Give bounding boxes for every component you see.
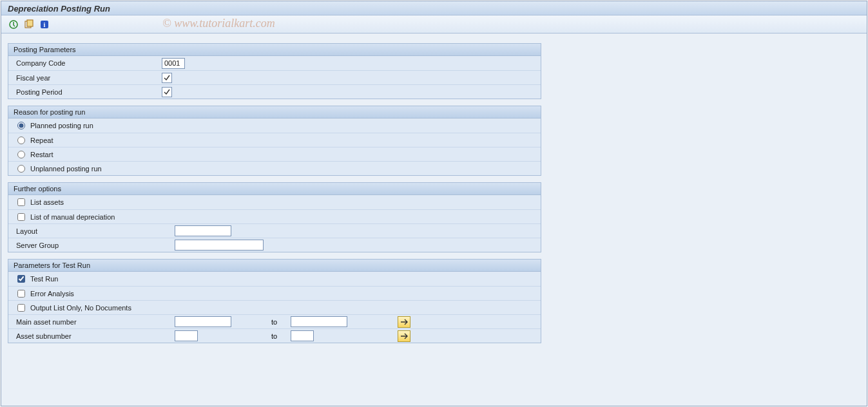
checkbox-label: Test Run	[30, 275, 58, 283]
label-to: to	[252, 332, 291, 340]
row-list-assets: List assets	[8, 195, 541, 209]
group-header: Reason for posting run	[8, 106, 541, 118]
row-error-analysis: Error Analysis	[8, 286, 541, 300]
input-asset-sub-from[interactable]	[175, 330, 198, 341]
row-radio-planned: Planned posting run	[8, 118, 541, 133]
execute-icon[interactable]	[8, 19, 19, 30]
input-layout[interactable]	[175, 225, 231, 236]
checkbox-input-output-only[interactable]	[17, 304, 25, 312]
label-main-asset: Main asset number	[14, 318, 162, 326]
title-bar: Depreciation Posting Run	[1, 1, 867, 15]
checkbox-test-run[interactable]: Test Run	[14, 275, 58, 283]
toolbar: i © www.tutorialkart.com	[1, 15, 867, 33]
label-server-group: Server Group	[14, 241, 162, 249]
radio-label: Unplanned posting run	[30, 165, 102, 173]
checkbox-output-only[interactable]: Output List Only, No Documents	[14, 304, 131, 312]
group-reason: Reason for posting run Planned posting r…	[8, 106, 541, 176]
page-title: Depreciation Posting Run	[8, 4, 110, 14]
input-asset-sub-to[interactable]	[291, 330, 314, 341]
label-asset-sub: Asset subnumber	[14, 332, 162, 340]
row-fiscal-year: Fiscal year	[8, 70, 541, 84]
info-icon[interactable]: i	[39, 19, 50, 30]
radio-restart[interactable]: Restart	[14, 151, 53, 158]
group-test-run: Parameters for Test Run Test Run Error A…	[8, 259, 541, 343]
checkbox-error-analysis[interactable]: Error Analysis	[14, 290, 74, 298]
required-indicator-posting-period[interactable]	[162, 87, 172, 97]
svg-text:i: i	[44, 21, 46, 28]
label-posting-period: Posting Period	[14, 88, 162, 96]
row-main-asset: Main asset number to	[8, 314, 541, 328]
input-main-asset-to[interactable]	[291, 316, 347, 327]
row-company-code: Company Code	[8, 56, 541, 70]
row-radio-unplanned: Unplanned posting run	[8, 161, 541, 175]
row-radio-repeat: Repeat	[8, 133, 541, 147]
watermark: © www.tutorialkart.com	[162, 17, 275, 30]
row-test-run: Test Run	[8, 272, 541, 286]
checkbox-input-list-manual[interactable]	[17, 213, 25, 221]
group-header: Posting Parameters	[8, 44, 541, 56]
row-server-group: Server Group	[8, 238, 541, 252]
checkbox-input-list-assets[interactable]	[17, 198, 25, 206]
group-further-options: Further options List assets List of manu…	[8, 182, 541, 252]
radio-input-unplanned[interactable]	[17, 165, 25, 173]
group-posting-parameters: Posting Parameters Company Code Fiscal y…	[8, 43, 541, 99]
row-output-only: Output List Only, No Documents	[8, 300, 541, 314]
group-header: Parameters for Test Run	[8, 260, 541, 272]
radio-input-planned[interactable]	[17, 122, 25, 129]
checkbox-input-error-analysis[interactable]	[17, 290, 25, 298]
radio-unplanned[interactable]: Unplanned posting run	[14, 165, 102, 173]
checkbox-label: List assets	[30, 198, 64, 206]
checkbox-label: List of manual depreciation	[30, 213, 115, 221]
multiple-selection-button[interactable]	[398, 330, 410, 342]
radio-planned[interactable]: Planned posting run	[14, 122, 93, 129]
variant-icon[interactable]	[23, 19, 35, 30]
content-area: Posting Parameters Company Code Fiscal y…	[1, 33, 867, 359]
checkbox-input-test-run[interactable]	[17, 275, 25, 283]
radio-label: Planned posting run	[30, 122, 93, 129]
radio-input-restart[interactable]	[17, 151, 25, 158]
radio-label: Restart	[30, 151, 53, 158]
row-radio-restart: Restart	[8, 147, 541, 161]
label-fiscal-year: Fiscal year	[14, 74, 162, 82]
input-main-asset-from[interactable]	[175, 316, 231, 327]
svg-rect-2	[27, 20, 33, 26]
row-layout: Layout	[8, 223, 541, 238]
label-to: to	[252, 318, 291, 326]
checkbox-label: Error Analysis	[30, 290, 74, 298]
radio-label: Repeat	[30, 137, 53, 144]
input-company-code[interactable]	[162, 58, 185, 69]
checkbox-list-manual[interactable]: List of manual depreciation	[14, 213, 115, 221]
checkbox-list-assets[interactable]: List assets	[14, 198, 64, 206]
radio-input-repeat[interactable]	[17, 137, 25, 144]
label-layout: Layout	[14, 227, 162, 235]
group-header: Further options	[8, 183, 541, 195]
row-list-manual: List of manual depreciation	[8, 209, 541, 223]
row-posting-period: Posting Period	[8, 84, 541, 99]
label-company-code: Company Code	[14, 59, 162, 67]
radio-repeat[interactable]: Repeat	[14, 137, 53, 144]
input-server-group[interactable]	[175, 240, 264, 251]
checkbox-label: Output List Only, No Documents	[30, 304, 131, 312]
required-indicator-fiscal-year[interactable]	[162, 73, 172, 83]
row-asset-sub: Asset subnumber to	[8, 328, 541, 343]
multiple-selection-button[interactable]	[398, 316, 410, 328]
